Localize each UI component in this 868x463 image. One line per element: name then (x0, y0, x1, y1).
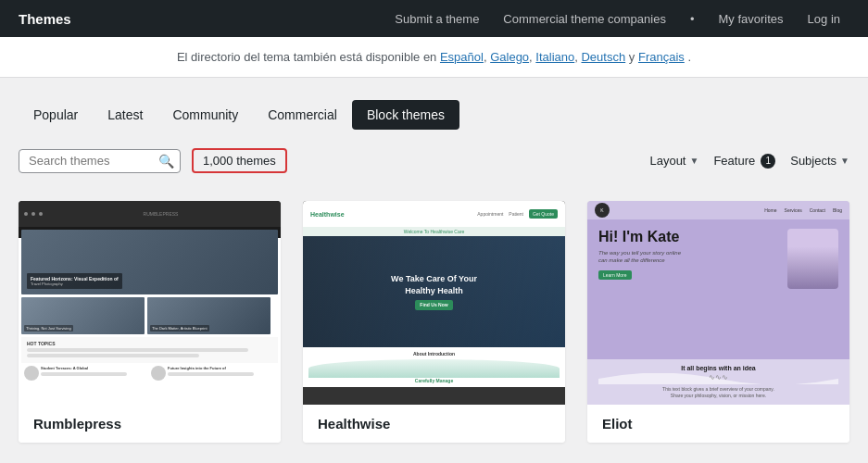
main-content: Popular Latest Community Commercial Bloc… (0, 78, 868, 463)
rp-line-1 (27, 348, 248, 352)
rp-dot-1 (24, 212, 28, 216)
hw-wave (308, 359, 560, 378)
rp-text-section: HOT TOPICS (21, 337, 278, 363)
rp-header-bar: RUMBLEPRESS (19, 201, 281, 227)
commercial-companies-link[interactable]: Commercial theme companies (494, 12, 675, 26)
tabs-bar: Popular Latest Community Commercial Bloc… (19, 78, 849, 130)
subjects-filter[interactable]: Subjects ▼ (790, 154, 849, 168)
banner-lang-galego[interactable]: Galego (490, 50, 529, 64)
my-favorites-link[interactable]: My favorites (710, 12, 793, 26)
filters: Layout ▼ Feature 1 Subjects ▼ (649, 154, 849, 169)
tab-commercial[interactable]: Commercial (253, 100, 352, 130)
site-title[interactable]: Themes (19, 11, 71, 27)
header-left: Themes (19, 11, 71, 27)
theme-card-rumblepress[interactable]: RUMBLEPRESS Featured Horizons: Visual Ex… (19, 201, 281, 443)
banner-end: . (687, 50, 691, 64)
tab-community[interactable]: Community (157, 100, 253, 130)
layout-filter[interactable]: Layout ▼ (649, 154, 698, 168)
rp-hot-topics: HOT TOPICS (27, 341, 272, 346)
theme-card-healthwise[interactable]: Healthwise Appointment Patient Get Quote… (303, 201, 565, 443)
rp-image-3: The Dark Matter, Artistic Blueprint (147, 297, 270, 334)
rp-overlay-text: Featured Horizons: Visual Expedition of … (27, 273, 122, 289)
subjects-chevron-icon: ▼ (840, 156, 849, 166)
el-main-title: Hi! I'm Kate (598, 229, 780, 245)
hw-hero: We Take Care Of YourHealthy Health Find … (303, 236, 565, 347)
rp-line-3 (41, 372, 127, 376)
el-text-area: Hi! I'm Kate The way you tell your story… (598, 229, 780, 281)
hw-announcement: Welcome To Healthwise Care (303, 227, 565, 236)
hw-bottom-title: About Introduction (308, 351, 560, 357)
rp-nav-text: RUMBLEPRESS (46, 211, 275, 217)
hw-logo: Healthwise (310, 211, 345, 218)
tab-latest[interactable]: Latest (93, 100, 157, 130)
hw-manage-title: Carefully Manage (308, 378, 560, 383)
tab-block-themes[interactable]: Block themes (352, 100, 459, 130)
theme-preview-eliot: K Home Services Contact Blog Hi! I'm Kat… (587, 201, 849, 405)
rp-image-1: Featured Horizons: Visual Expedition of … (21, 230, 278, 294)
el-nav: K Home Services Contact Blog (587, 201, 849, 219)
el-bottom: It all begins with an idea ∿∿∿ This text… (587, 359, 849, 405)
search-icon: 🔍 (158, 154, 174, 169)
theme-card-eliot[interactable]: K Home Services Contact Blog Hi! I'm Kat… (587, 201, 849, 443)
search-bar: 🔍 1,000 themes Layout ▼ Feature 1 Subjec… (19, 130, 849, 182)
el-body: Hi! I'm Kate The way you tell your story… (587, 219, 849, 359)
banner-lang-deutsch[interactable]: Deutsch (581, 50, 625, 64)
theme-count: 1,000 themes (192, 148, 287, 173)
rp-avatar-1 (24, 366, 39, 381)
site-header: Themes Submit a theme Commercial theme c… (0, 0, 868, 37)
rp-row-3: Student Terraces: A Global Future Insigh… (21, 366, 278, 383)
hw-hero-text: We Take Care Of YourHealthy Health Find … (391, 273, 477, 309)
search-input[interactable] (29, 154, 158, 168)
el-bottom-title: It all begins with an idea (598, 365, 838, 371)
rp-dot-3 (39, 212, 43, 216)
search-wrapper: 🔍 (19, 149, 181, 173)
banner-lang-espanol[interactable]: Español (440, 50, 484, 64)
login-link[interactable]: Log in (799, 12, 849, 26)
el-subtitle: The way you tell your story onlinecan ma… (598, 249, 780, 265)
banner-y: y (629, 50, 638, 64)
rp-image-2: Thriving, Not Just Surviving (21, 297, 145, 334)
el-avatar (787, 229, 838, 289)
nav-dot: • (681, 12, 704, 26)
hw-nav: Healthwise Appointment Patient Get Quote (303, 201, 565, 227)
rp-line-4 (168, 372, 254, 376)
submit-theme-link[interactable]: Submit a theme (385, 12, 488, 26)
feature-filter[interactable]: Feature 1 (713, 154, 775, 169)
healthwise-preview-art: Healthwise Appointment Patient Get Quote… (303, 201, 565, 405)
banner-lang-francais[interactable]: Français (638, 50, 685, 64)
layout-chevron-icon: ▼ (690, 156, 699, 166)
theme-name-healthwise: Healthwise (303, 405, 565, 443)
el-decorative-wave: ∿∿∿ (598, 373, 838, 384)
rp-line-2 (27, 354, 199, 357)
rp-dot-2 (31, 212, 35, 216)
language-banner: El directorio del tema también está disp… (0, 37, 868, 78)
banner-text-pre: El directorio del tema también está disp… (177, 50, 440, 64)
theme-name-rumblepress: Rumblepress (19, 405, 281, 443)
hw-nav-btn: Get Quote (529, 209, 558, 219)
header-nav: Submit a theme Commercial theme companie… (385, 12, 849, 26)
banner-lang-italiano[interactable]: Italiano (535, 50, 574, 64)
rumblepress-preview-art: RUMBLEPRESS Featured Horizons: Visual Ex… (19, 201, 281, 405)
rp-avatar-2 (151, 366, 166, 381)
el-bottom-text: This text block gives a brief overview o… (598, 386, 838, 399)
el-logo: K (595, 203, 610, 218)
rp-body: Featured Horizons: Visual Expedition of … (19, 227, 281, 386)
theme-name-eliot: Eliot (587, 405, 849, 443)
hw-cta-btn: Find Us Now (415, 300, 452, 310)
el-avatar-image (787, 229, 838, 289)
hw-bottom: About Introduction Carefully Manage (303, 347, 565, 387)
theme-preview-healthwise: Healthwise Appointment Patient Get Quote… (303, 201, 565, 405)
search-left: 🔍 1,000 themes (19, 148, 287, 173)
theme-grid: RUMBLEPRESS Featured Horizons: Visual Ex… (19, 182, 849, 463)
eliot-preview-art: K Home Services Contact Blog Hi! I'm Kat… (587, 201, 849, 405)
rp-row-2: Thriving, Not Just Surviving The Dark Ma… (21, 297, 278, 334)
el-cta-btn: Learn More (598, 270, 632, 280)
theme-preview-rumblepress: RUMBLEPRESS Featured Horizons: Visual Ex… (19, 201, 281, 405)
tab-popular[interactable]: Popular (19, 100, 93, 130)
feature-badge: 1 (761, 154, 775, 169)
